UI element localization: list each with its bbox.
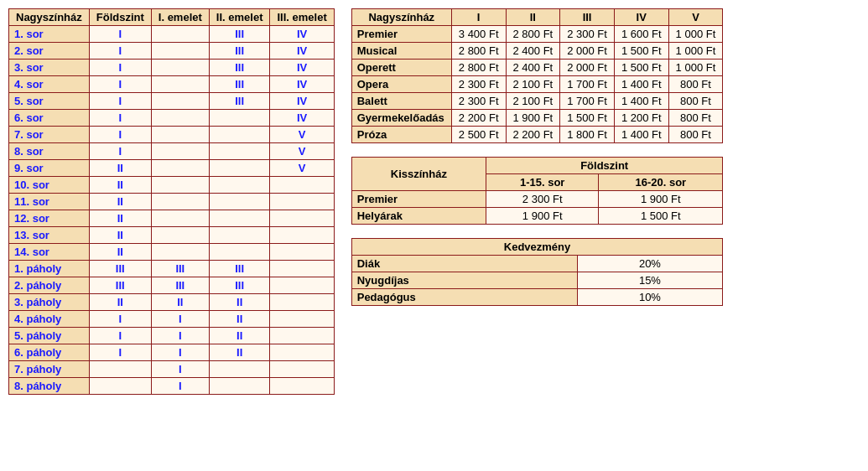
row-cell — [151, 194, 209, 210]
kis-row-cell: 1 900 Ft — [486, 208, 599, 225]
row-label: 7. páholy — [9, 361, 90, 378]
row-cell: II — [209, 344, 270, 361]
row-cell: V — [270, 127, 334, 143]
table-row: 2. sorIIIIIV — [9, 43, 335, 60]
row-cell — [209, 160, 270, 177]
table-row: Nyugdíjas15% — [351, 272, 723, 289]
price-row-cell: 2 300 Ft — [451, 93, 506, 110]
row-cell: IV — [270, 43, 334, 60]
row-label: 2. sor — [9, 43, 90, 60]
row-label: 3. sor — [9, 60, 90, 76]
row-cell: III — [209, 277, 270, 294]
discount-row-label: Nyugdíjas — [351, 272, 577, 289]
table-row: 8. páholyI — [9, 378, 335, 395]
table-row: Helyárak1 900 Ft1 500 Ft — [351, 208, 723, 225]
row-cell: I — [89, 93, 151, 110]
row-cell — [270, 194, 334, 210]
price-col-V: V — [668, 9, 723, 26]
table-row: 8. sorIV — [9, 143, 335, 160]
kis-main-header: Kisszínház — [351, 158, 486, 191]
price-row-cell: 1 000 Ft — [668, 26, 723, 43]
price-row-label: Próza — [351, 127, 451, 143]
price-row-cell: 2 200 Ft — [451, 110, 506, 127]
row-cell — [270, 244, 334, 261]
row-label: 3. páholy — [9, 294, 90, 311]
price-row-label: Gyermekelőadás — [351, 110, 451, 127]
row-label: 10. sor — [9, 177, 90, 194]
price-col-IV: IV — [614, 9, 668, 26]
row-label: 9. sor — [9, 160, 90, 177]
price-row-cell: 2 400 Ft — [506, 43, 560, 60]
row-label: 14. sor — [9, 244, 90, 261]
table-row: 3. sorIIIIIV — [9, 60, 335, 76]
row-cell: II — [89, 227, 151, 244]
row-label: 4. sor — [9, 76, 90, 93]
row-cell — [270, 177, 334, 194]
row-label: 12. sor — [9, 210, 90, 227]
row-cell: II — [209, 311, 270, 328]
price-row-cell: 2 200 Ft — [506, 127, 560, 143]
table-row: Diák20% — [351, 256, 723, 272]
row-cell: I — [89, 328, 151, 344]
row-label: 6. sor — [9, 110, 90, 127]
price-row-label: Premier — [351, 26, 451, 43]
row-cell: I — [151, 311, 209, 328]
row-cell: II — [151, 294, 209, 311]
row-cell — [151, 43, 209, 60]
price-col-III: III — [560, 9, 615, 26]
row-cell — [151, 76, 209, 93]
row-cell: I — [89, 311, 151, 328]
discount-row-label: Diák — [351, 256, 577, 272]
table-row: 13. sorII — [9, 227, 335, 244]
discount-title: Kedvezmény — [351, 239, 723, 256]
price-row-cell: 2 300 Ft — [560, 26, 615, 43]
row-cell: III — [209, 93, 270, 110]
price-row-label: Balett — [351, 93, 451, 110]
kis-row-label: Helyárak — [351, 208, 486, 225]
row-cell: II — [89, 177, 151, 194]
row-cell: IV — [270, 76, 334, 93]
row-cell: III — [209, 261, 270, 277]
row-cell: III — [89, 277, 151, 294]
right-tables: Nagyszínház I II III IV V Premier3 400 F… — [351, 8, 724, 306]
row-cell: III — [209, 26, 270, 43]
table-row: 1. páholyIIIIIIIII — [9, 261, 335, 277]
row-cell — [270, 311, 334, 328]
kis-row-label: Premier — [351, 191, 486, 208]
row-cell — [270, 378, 334, 395]
row-cell — [270, 328, 334, 344]
nagyszinhaz-seating-table: Nagyszínház Földszint I. emelet II. emel… — [8, 8, 335, 395]
row-label: 11. sor — [9, 194, 90, 210]
row-label: 8. sor — [9, 143, 90, 160]
col-header-ii-emelet: II. emelet — [209, 9, 270, 26]
row-cell — [209, 244, 270, 261]
kis-row-cell: 1 500 Ft — [599, 208, 723, 225]
row-cell: I — [151, 328, 209, 344]
row-cell: I — [151, 378, 209, 395]
price-row-cell: 800 Ft — [668, 76, 723, 93]
row-label: 5. páholy — [9, 328, 90, 344]
row-cell — [89, 378, 151, 395]
row-cell — [270, 361, 334, 378]
price-row-cell: 2 000 Ft — [560, 60, 615, 76]
price-row-cell: 2 400 Ft — [506, 60, 560, 76]
discount-table: Kedvezmény Diák20%Nyugdíjas15%Pedagógus1… — [351, 238, 724, 306]
table-row: Pedagógus10% — [351, 289, 723, 306]
price-row-cell: 1 500 Ft — [614, 43, 668, 60]
table-row: Próza2 500 Ft2 200 Ft1 800 Ft1 400 Ft800… — [351, 127, 723, 143]
row-label: 8. páholy — [9, 378, 90, 395]
price-row-cell: 1 800 Ft — [560, 127, 615, 143]
col-header-i-emelet: I. emelet — [151, 9, 209, 26]
table-row: 7. páholyI — [9, 361, 335, 378]
price-row-cell: 1 500 Ft — [614, 60, 668, 76]
row-cell: I — [89, 110, 151, 127]
row-cell: III — [151, 261, 209, 277]
row-cell: I — [89, 143, 151, 160]
row-label: 6. páholy — [9, 344, 90, 361]
row-label: 1. sor — [9, 26, 90, 43]
row-cell — [209, 127, 270, 143]
row-cell: IV — [270, 60, 334, 76]
row-cell: II — [89, 244, 151, 261]
row-cell: II — [209, 328, 270, 344]
table-row: 6. páholyIIII — [9, 344, 335, 361]
